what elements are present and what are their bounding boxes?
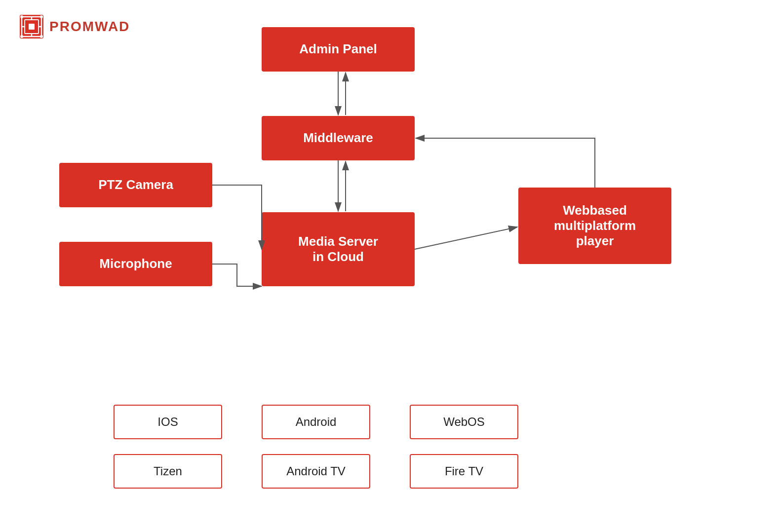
tizen-box: Tizen	[114, 454, 222, 489]
microphone-box: Microphone	[59, 242, 212, 286]
fire-tv-box: Fire TV	[410, 454, 518, 489]
svg-line-18	[415, 227, 517, 249]
svg-point-10	[20, 35, 23, 38]
svg-rect-3	[29, 24, 35, 30]
ptz-camera-box: PTZ Camera	[59, 163, 212, 207]
logo-text: PROMWAD	[49, 19, 130, 35]
svg-point-11	[40, 35, 43, 38]
webbased-player-box: Webbased multiplatform player	[518, 188, 671, 264]
svg-point-8	[20, 15, 23, 18]
android-tv-box: Android TV	[262, 454, 370, 489]
webos-box: WebOS	[410, 405, 518, 439]
svg-point-9	[40, 15, 43, 18]
android-box: Android	[262, 405, 370, 439]
admin-panel-box: Admin Panel	[262, 27, 415, 72]
ios-box: IOS	[114, 405, 222, 439]
promwad-logo-icon	[20, 15, 43, 38]
middleware-box: Middleware	[262, 116, 415, 160]
logo: PROMWAD	[20, 15, 130, 38]
media-server-box: Media Server in Cloud	[262, 212, 415, 286]
